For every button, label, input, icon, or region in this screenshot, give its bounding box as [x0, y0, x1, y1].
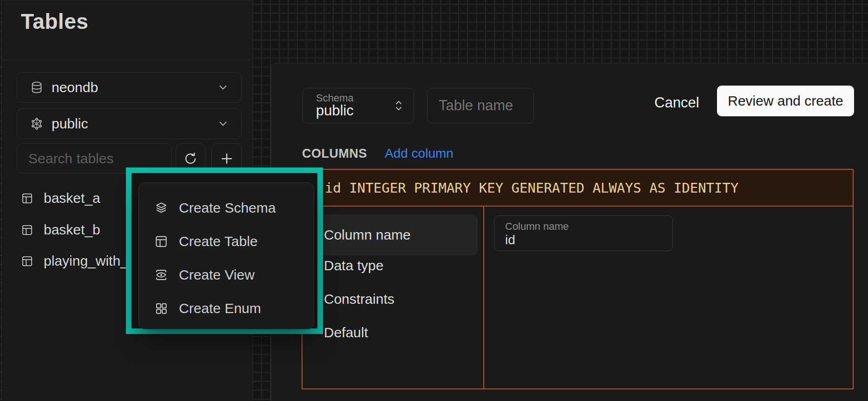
- columns-section-title: COLUMNS: [302, 147, 367, 161]
- create-table-panel: Schema public Cancel Review and create C…: [271, 63, 868, 401]
- cancel-button[interactable]: Cancel: [645, 89, 708, 116]
- table-icon: [21, 255, 33, 267]
- columns-header: COLUMNS Add column: [302, 146, 454, 161]
- layers-icon: [154, 201, 168, 215]
- chevron-down-icon: [217, 81, 229, 94]
- field-tab-data-type[interactable]: Data type: [324, 249, 477, 282]
- field-tab-label: Constraints: [324, 291, 395, 307]
- view-eye-icon: [154, 268, 168, 282]
- sidebar-divider: [2, 60, 251, 60]
- database-icon: [30, 80, 43, 94]
- column-definition-row[interactable]: id INTEGER PRIMARY KEY GENERATED ALWAYS …: [302, 170, 853, 207]
- schema-select-label: Schema: [316, 93, 393, 103]
- schema-select-header-value: public: [316, 103, 393, 119]
- field-tab-column-name[interactable]: Column name: [324, 218, 477, 252]
- table-icon: [21, 224, 33, 236]
- database-select-value: neondb: [52, 80, 209, 95]
- database-select[interactable]: neondb: [17, 72, 242, 103]
- field-tab-label: Data type: [324, 258, 383, 274]
- chevron-down-icon: [217, 118, 229, 130]
- schema-select-value: public: [52, 116, 209, 132]
- field-tab-constraints[interactable]: Constraints: [324, 282, 477, 316]
- menu-item-create-view[interactable]: Create View: [139, 258, 314, 292]
- review-and-create-button[interactable]: Review and create: [717, 86, 854, 116]
- grid-squares-icon: [154, 301, 168, 315]
- table-row-label: playing_with_: [44, 253, 128, 269]
- column-name-input[interactable]: Column name id: [494, 215, 673, 251]
- page-title: Tables: [21, 9, 88, 34]
- menu-item-label: Create Schema: [179, 200, 276, 216]
- app-root: Tables neondb: [0, 0, 868, 401]
- menu-item-create-table[interactable]: Create Table: [139, 225, 314, 258]
- schema-select-header[interactable]: Schema public: [302, 88, 414, 123]
- annotation-highlight-box: Create Schema Create Table Create View: [126, 167, 323, 334]
- table-icon: [154, 234, 168, 248]
- menu-item-label: Create Table: [179, 234, 258, 249]
- column-name-input-value: id: [505, 233, 672, 247]
- column-editor: id INTEGER PRIMARY KEY GENERATED ALWAYS …: [302, 169, 854, 389]
- column-definition-code: id INTEGER PRIMARY KEY GENERATED ALWAYS …: [325, 180, 738, 196]
- refresh-icon: [184, 152, 197, 166]
- menu-item-create-enum[interactable]: Create Enum: [139, 292, 314, 325]
- editor-divider: [483, 207, 484, 388]
- menu-item-label: Create View: [179, 267, 255, 283]
- field-tab-label: Column name: [324, 227, 411, 243]
- menu-item-create-schema[interactable]: Create Schema: [139, 191, 314, 225]
- create-dropdown-menu: Create Schema Create Table Create View: [138, 182, 314, 329]
- chevron-updown-icon: [393, 99, 404, 113]
- field-tab-default[interactable]: Default: [324, 316, 477, 349]
- plus-icon: [220, 152, 234, 166]
- column-name-input-label: Column name: [505, 221, 672, 233]
- field-tab-label: Default: [324, 325, 368, 341]
- menu-item-label: Create Enum: [179, 301, 261, 316]
- table-name-input[interactable]: [427, 88, 534, 123]
- schema-select-sidebar[interactable]: public: [17, 108, 242, 139]
- add-column-link[interactable]: Add column: [385, 146, 454, 161]
- schema-icon: [30, 117, 43, 131]
- table-icon: [21, 192, 33, 205]
- table-row-label: basket_b: [44, 222, 100, 238]
- table-row-label: basket_a: [44, 190, 100, 206]
